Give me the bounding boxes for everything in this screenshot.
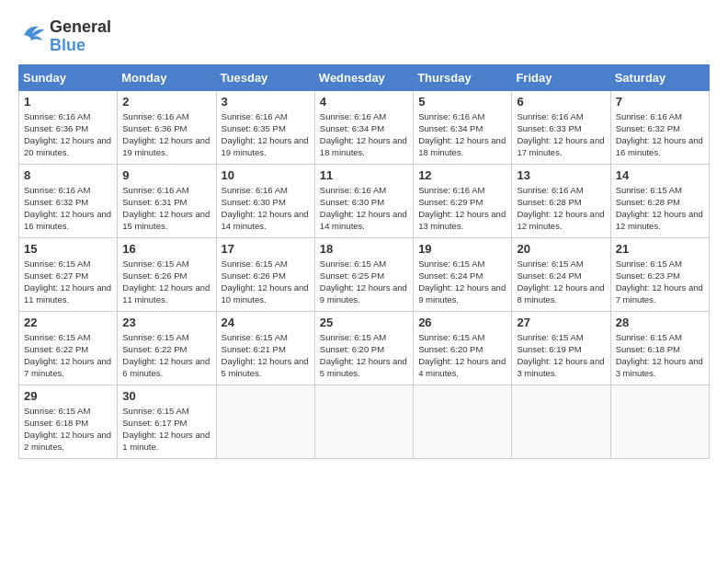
day-number: 30 bbox=[122, 389, 210, 403]
day-number: 22 bbox=[24, 316, 112, 329]
day-number: 23 bbox=[122, 316, 210, 329]
day-number: 26 bbox=[418, 316, 506, 329]
day-number: 25 bbox=[320, 316, 408, 329]
day-number: 5 bbox=[418, 95, 506, 109]
calendar-cell: 26 Sunrise: 6:15 AMSunset: 6:20 PMDaylig… bbox=[414, 311, 512, 385]
col-header-saturday: Saturday bbox=[610, 64, 709, 90]
week-row-2: 8 Sunrise: 6:16 AMSunset: 6:32 PMDayligh… bbox=[19, 164, 710, 237]
day-number: 7 bbox=[616, 95, 704, 109]
day-number: 4 bbox=[320, 95, 408, 109]
day-info: Sunrise: 6:16 AMSunset: 6:34 PMDaylight:… bbox=[320, 110, 408, 159]
day-info: Sunrise: 6:15 AMSunset: 6:24 PMDaylight:… bbox=[418, 258, 506, 306]
calendar-cell: 5 Sunrise: 6:16 AMSunset: 6:34 PMDayligh… bbox=[414, 90, 512, 164]
day-info: Sunrise: 6:16 AMSunset: 6:33 PMDaylight:… bbox=[517, 110, 605, 159]
calendar-cell bbox=[216, 385, 314, 458]
day-number: 19 bbox=[418, 242, 506, 256]
calendar-cell: 12 Sunrise: 6:16 AMSunset: 6:29 PMDaylig… bbox=[414, 164, 512, 237]
day-info: Sunrise: 6:15 AMSunset: 6:27 PMDaylight:… bbox=[24, 258, 112, 306]
day-number: 16 bbox=[122, 242, 210, 256]
calendar-body: 1 Sunrise: 6:16 AMSunset: 6:36 PMDayligh… bbox=[19, 90, 710, 458]
calendar-cell: 10 Sunrise: 6:16 AMSunset: 6:30 PMDaylig… bbox=[216, 164, 314, 237]
day-number: 13 bbox=[517, 168, 605, 182]
day-info: Sunrise: 6:16 AMSunset: 6:36 PMDaylight:… bbox=[24, 110, 112, 159]
calendar-cell: 13 Sunrise: 6:16 AMSunset: 6:28 PMDaylig… bbox=[512, 164, 610, 237]
day-number: 21 bbox=[616, 242, 704, 256]
calendar-cell: 23 Sunrise: 6:15 AMSunset: 6:22 PMDaylig… bbox=[118, 311, 216, 385]
calendar-cell bbox=[314, 385, 413, 458]
calendar-cell: 16 Sunrise: 6:15 AMSunset: 6:26 PMDaylig… bbox=[118, 237, 216, 311]
day-info: Sunrise: 6:15 AMSunset: 6:18 PMDaylight:… bbox=[616, 331, 704, 380]
day-info: Sunrise: 6:15 AMSunset: 6:17 PMDaylight:… bbox=[122, 405, 210, 454]
calendar-header-row: SundayMondayTuesdayWednesdayThursdayFrid… bbox=[19, 64, 710, 90]
calendar-cell bbox=[512, 385, 610, 458]
day-number: 2 bbox=[122, 95, 210, 109]
day-number: 28 bbox=[616, 316, 704, 329]
calendar-cell: 22 Sunrise: 6:15 AMSunset: 6:22 PMDaylig… bbox=[19, 311, 118, 385]
col-header-wednesday: Wednesday bbox=[314, 64, 413, 90]
calendar-cell: 14 Sunrise: 6:15 AMSunset: 6:28 PMDaylig… bbox=[610, 164, 709, 237]
day-info: Sunrise: 6:15 AMSunset: 6:20 PMDaylight:… bbox=[320, 331, 408, 380]
calendar-cell: 11 Sunrise: 6:16 AMSunset: 6:30 PMDaylig… bbox=[314, 164, 413, 237]
day-info: Sunrise: 6:16 AMSunset: 6:34 PMDaylight:… bbox=[418, 110, 506, 159]
calendar-cell: 2 Sunrise: 6:16 AMSunset: 6:36 PMDayligh… bbox=[118, 90, 216, 164]
day-info: Sunrise: 6:16 AMSunset: 6:32 PMDaylight:… bbox=[24, 184, 112, 233]
day-number: 12 bbox=[418, 168, 506, 182]
calendar-cell: 25 Sunrise: 6:15 AMSunset: 6:20 PMDaylig… bbox=[314, 311, 413, 385]
day-number: 9 bbox=[122, 168, 210, 182]
day-number: 11 bbox=[320, 168, 408, 182]
col-header-tuesday: Tuesday bbox=[216, 64, 314, 90]
col-header-thursday: Thursday bbox=[414, 64, 512, 90]
day-info: Sunrise: 6:15 AMSunset: 6:18 PMDaylight:… bbox=[24, 405, 112, 454]
day-info: Sunrise: 6:16 AMSunset: 6:31 PMDaylight:… bbox=[122, 184, 210, 233]
day-number: 17 bbox=[222, 242, 310, 256]
day-number: 8 bbox=[24, 168, 112, 182]
day-info: Sunrise: 6:16 AMSunset: 6:35 PMDaylight:… bbox=[222, 110, 310, 159]
day-number: 3 bbox=[222, 95, 310, 109]
day-number: 1 bbox=[24, 95, 112, 109]
week-row-4: 22 Sunrise: 6:15 AMSunset: 6:22 PMDaylig… bbox=[19, 311, 710, 385]
day-info: Sunrise: 6:16 AMSunset: 6:32 PMDaylight:… bbox=[616, 110, 704, 159]
week-row-3: 15 Sunrise: 6:15 AMSunset: 6:27 PMDaylig… bbox=[19, 237, 710, 311]
calendar-cell: 9 Sunrise: 6:16 AMSunset: 6:31 PMDayligh… bbox=[118, 164, 216, 237]
calendar-cell: 20 Sunrise: 6:15 AMSunset: 6:24 PMDaylig… bbox=[512, 237, 610, 311]
day-info: Sunrise: 6:15 AMSunset: 6:25 PMDaylight:… bbox=[320, 258, 408, 306]
col-header-monday: Monday bbox=[118, 64, 216, 90]
calendar-cell: 21 Sunrise: 6:15 AMSunset: 6:23 PMDaylig… bbox=[610, 237, 709, 311]
logo: GeneralBlue bbox=[18, 18, 111, 55]
day-number: 15 bbox=[24, 242, 112, 256]
calendar-cell: 3 Sunrise: 6:16 AMSunset: 6:35 PMDayligh… bbox=[216, 90, 314, 164]
day-info: Sunrise: 6:15 AMSunset: 6:22 PMDaylight:… bbox=[122, 331, 210, 380]
day-info: Sunrise: 6:15 AMSunset: 6:26 PMDaylight:… bbox=[122, 258, 210, 306]
day-number: 6 bbox=[517, 95, 605, 109]
day-number: 18 bbox=[320, 242, 408, 256]
calendar-cell: 19 Sunrise: 6:15 AMSunset: 6:24 PMDaylig… bbox=[414, 237, 512, 311]
calendar-cell: 15 Sunrise: 6:15 AMSunset: 6:27 PMDaylig… bbox=[19, 237, 118, 311]
day-info: Sunrise: 6:16 AMSunset: 6:29 PMDaylight:… bbox=[418, 184, 506, 233]
calendar-cell: 18 Sunrise: 6:15 AMSunset: 6:25 PMDaylig… bbox=[314, 237, 413, 311]
col-header-sunday: Sunday bbox=[19, 64, 118, 90]
day-number: 10 bbox=[222, 168, 310, 182]
day-number: 20 bbox=[517, 242, 605, 256]
calendar-cell: 30 Sunrise: 6:15 AMSunset: 6:17 PMDaylig… bbox=[118, 385, 216, 458]
day-info: Sunrise: 6:15 AMSunset: 6:20 PMDaylight:… bbox=[418, 331, 506, 380]
day-info: Sunrise: 6:16 AMSunset: 6:30 PMDaylight:… bbox=[320, 184, 408, 233]
day-info: Sunrise: 6:15 AMSunset: 6:19 PMDaylight:… bbox=[517, 331, 605, 380]
day-info: Sunrise: 6:15 AMSunset: 6:24 PMDaylight:… bbox=[517, 258, 605, 306]
calendar-cell: 27 Sunrise: 6:15 AMSunset: 6:19 PMDaylig… bbox=[512, 311, 610, 385]
calendar-cell: 4 Sunrise: 6:16 AMSunset: 6:34 PMDayligh… bbox=[314, 90, 413, 164]
day-number: 24 bbox=[222, 316, 310, 329]
calendar-cell: 8 Sunrise: 6:16 AMSunset: 6:32 PMDayligh… bbox=[19, 164, 118, 237]
calendar-cell bbox=[414, 385, 512, 458]
calendar-cell: 17 Sunrise: 6:15 AMSunset: 6:26 PMDaylig… bbox=[216, 237, 314, 311]
day-info: Sunrise: 6:16 AMSunset: 6:28 PMDaylight:… bbox=[517, 184, 605, 233]
calendar-cell: 28 Sunrise: 6:15 AMSunset: 6:18 PMDaylig… bbox=[610, 311, 709, 385]
calendar-cell: 1 Sunrise: 6:16 AMSunset: 6:36 PMDayligh… bbox=[19, 90, 118, 164]
calendar-table: SundayMondayTuesdayWednesdayThursdayFrid… bbox=[18, 64, 710, 459]
day-number: 29 bbox=[24, 389, 112, 403]
day-info: Sunrise: 6:15 AMSunset: 6:23 PMDaylight:… bbox=[616, 258, 704, 306]
week-row-1: 1 Sunrise: 6:16 AMSunset: 6:36 PMDayligh… bbox=[19, 90, 710, 164]
day-info: Sunrise: 6:15 AMSunset: 6:28 PMDaylight:… bbox=[616, 184, 704, 233]
calendar-cell: 6 Sunrise: 6:16 AMSunset: 6:33 PMDayligh… bbox=[512, 90, 610, 164]
calendar-cell: 24 Sunrise: 6:15 AMSunset: 6:21 PMDaylig… bbox=[216, 311, 314, 385]
day-info: Sunrise: 6:15 AMSunset: 6:22 PMDaylight:… bbox=[24, 331, 112, 380]
